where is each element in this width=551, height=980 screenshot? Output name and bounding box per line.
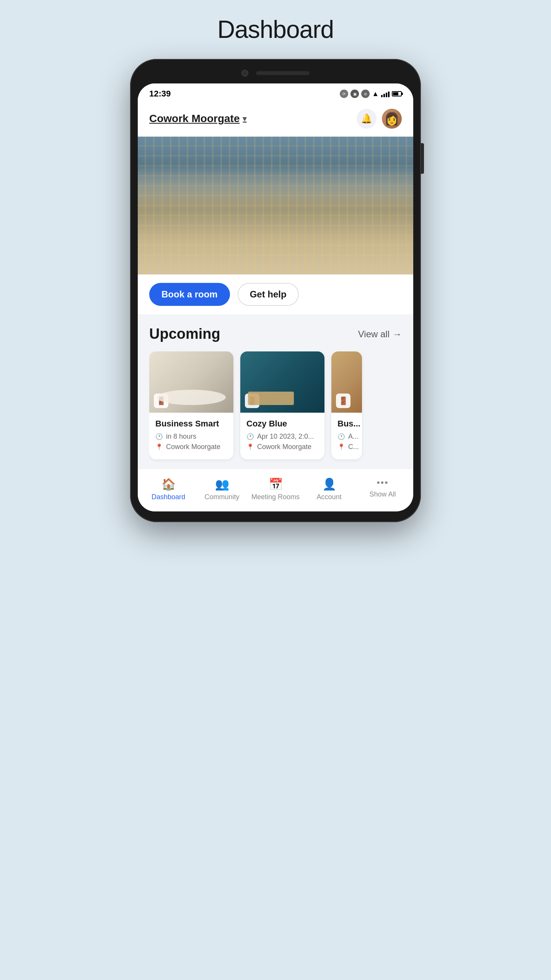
door-icon-3: 🚪 (339, 396, 348, 405)
avatar[interactable]: 👩 (382, 109, 402, 129)
nav-item-account[interactable]: 👤 Account (302, 475, 356, 504)
cards-row: 🚪 Business Smart 🕐 in 8 hours 📍 Cowork M… (149, 351, 402, 469)
card-time-2: 🕐 Apr 10 2023, 2:0... (246, 433, 318, 441)
card-time-3: 🕐 A... (337, 433, 356, 441)
phone-top-bar (138, 70, 413, 77)
avatar-image: 👩 (384, 111, 399, 126)
nav-label-community: Community (204, 493, 239, 501)
page-title: Dashboard (217, 15, 334, 44)
home-icon: 🏠 (161, 477, 176, 491)
card-title-3: Bus... (337, 419, 356, 429)
view-all-button[interactable]: View all → (358, 329, 402, 340)
notifications-button[interactable]: 🔔 (357, 109, 377, 129)
nav-label-dashboard: Dashboard (152, 493, 185, 501)
hero-section: Book a room Get help (138, 137, 413, 314)
calendar-icon: 📅 (269, 477, 283, 491)
clock-icon-2: 🕐 (246, 433, 254, 440)
upcoming-card-2[interactable]: 🚪 Cozy Blue 🕐 Apr 10 2023, 2:0... 📍 Cowo… (240, 351, 324, 459)
notif-icon-2: ▣ (350, 90, 359, 98)
community-icon: 👥 (215, 477, 229, 491)
status-icons: ⟳ ▣ ⊘ ▲ (340, 90, 402, 98)
chevron-down-icon: ▾ (243, 114, 246, 123)
card-location-3: 📍 C... (337, 443, 356, 451)
card-location-text-1: Cowork Moorgate (166, 443, 220, 451)
notif-icon-3: ⊘ (361, 90, 370, 98)
signal-bars (381, 90, 390, 97)
get-help-button[interactable]: Get help (238, 283, 299, 306)
status-bar: 12:39 ⟳ ▣ ⊘ ▲ (138, 83, 413, 103)
upcoming-section: Upcoming View all → 🚪 Business Smar (138, 314, 413, 469)
battery-fill (393, 92, 398, 95)
arrow-right-icon: → (393, 329, 402, 340)
battery-icon (392, 91, 402, 96)
location-selector[interactable]: Cowork Moorgate ▾ (149, 113, 246, 125)
card-body-1: Business Smart 🕐 in 8 hours 📍 Cowork Moo… (149, 413, 233, 459)
location-icon-2: 📍 (246, 443, 254, 451)
card-location-text-2: Cowork Moorgate (257, 443, 311, 451)
camera-dot (241, 70, 248, 77)
location-icon-1: 📍 (155, 443, 163, 451)
nav-label-meeting-rooms: Meeting Rooms (251, 493, 300, 501)
building-overlay (138, 137, 413, 274)
card-image-3: 🚪 (331, 351, 362, 413)
nav-label-account: Account (316, 493, 341, 501)
nav-item-meeting-rooms[interactable]: 📅 Meeting Rooms (249, 475, 302, 504)
card-body-2: Cozy Blue 🕐 Apr 10 2023, 2:0... 📍 Cowork… (240, 413, 324, 459)
location-name: Cowork Moorgate (149, 113, 240, 125)
hero-image (138, 137, 413, 274)
phone-screen: 12:39 ⟳ ▣ ⊘ ▲ (138, 83, 413, 511)
nav-label-show-all: Show All (369, 490, 396, 499)
app-bar-actions: 🔔 👩 (357, 109, 402, 129)
card-title-2: Cozy Blue (246, 419, 318, 429)
card-time-1: 🕐 in 8 hours (155, 433, 227, 441)
door-icon-1: 🚪 (156, 396, 166, 405)
room-icon-badge-1: 🚪 (154, 394, 168, 408)
speaker-slot (256, 71, 310, 75)
door-icon-2: 🚪 (248, 396, 257, 405)
room-icon-badge-2: 🚪 (245, 394, 259, 408)
book-room-button[interactable]: Book a room (149, 283, 230, 306)
card-location-text-3: C... (348, 443, 359, 451)
section-title: Upcoming (149, 326, 220, 342)
dots-icon: ••• (377, 477, 388, 488)
location-icon-3: 📍 (337, 443, 345, 451)
card-time-text-2: Apr 10 2023, 2:0... (257, 433, 314, 441)
upcoming-card-3[interactable]: 🚪 Bus... 🕐 A... 📍 C... (331, 351, 362, 459)
card-image-2: 🚪 (240, 351, 324, 413)
nav-item-community[interactable]: 👥 Community (195, 475, 249, 504)
bottom-nav: 🏠 Dashboard 👥 Community 📅 Meeting Rooms … (138, 469, 413, 511)
notif-icon-1: ⟳ (340, 90, 348, 98)
upcoming-card-1[interactable]: 🚪 Business Smart 🕐 in 8 hours 📍 Cowork M… (149, 351, 233, 459)
bell-icon: 🔔 (361, 113, 372, 124)
view-all-label: View all (358, 329, 390, 340)
room-icon-badge-3: 🚪 (336, 394, 350, 408)
phone-shell: 12:39 ⟳ ▣ ⊘ ▲ (130, 59, 421, 522)
card-image-1: 🚪 (149, 351, 233, 413)
card-location-2: 📍 Cowork Moorgate (246, 443, 318, 451)
card-location-1: 📍 Cowork Moorgate (155, 443, 227, 451)
card-title-1: Business Smart (155, 419, 227, 429)
card-body-3: Bus... 🕐 A... 📍 C... (331, 413, 362, 459)
clock-icon-3: 🕐 (337, 433, 345, 440)
clock-icon-1: 🕐 (155, 433, 163, 440)
wifi-icon: ▲ (372, 90, 379, 98)
card-time-text-1: in 8 hours (166, 433, 196, 441)
section-header: Upcoming View all → (149, 326, 402, 342)
app-bar: Cowork Moorgate ▾ 🔔 👩 (138, 103, 413, 137)
person-icon: 👤 (322, 477, 336, 491)
nav-item-show-all[interactable]: ••• Show All (356, 475, 409, 504)
status-time: 12:39 (149, 89, 171, 99)
nav-item-dashboard[interactable]: 🏠 Dashboard (142, 475, 195, 504)
card-time-text-3: A... (348, 433, 359, 441)
hero-buttons: Book a room Get help (138, 274, 413, 314)
